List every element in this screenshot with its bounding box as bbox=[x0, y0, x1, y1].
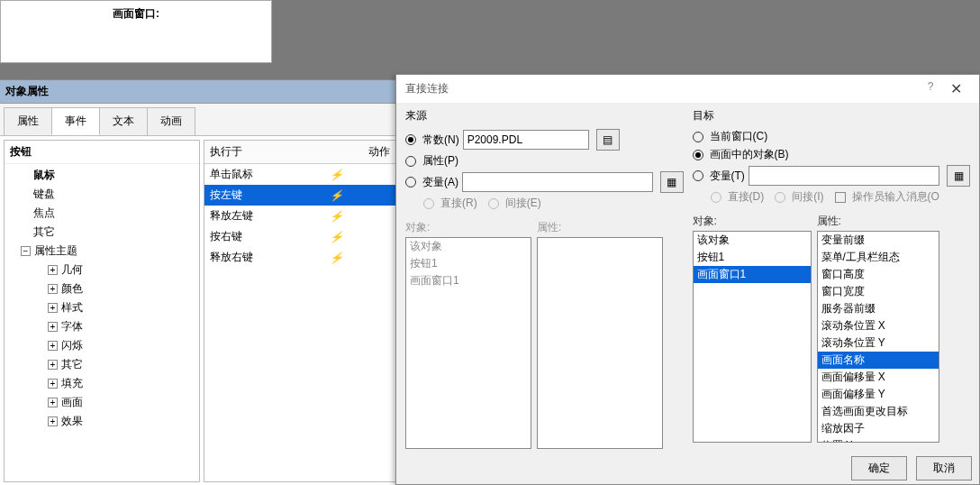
col-action: 动作 bbox=[324, 141, 396, 164]
tgt-objects-list[interactable]: 该对象 按钮1 画面窗口1 bbox=[693, 231, 812, 443]
list-item[interactable]: 窗口宽度 bbox=[818, 283, 939, 300]
lightning-icon: ⚡ bbox=[324, 247, 396, 268]
browse-picture-icon[interactable]: ▤ bbox=[596, 129, 620, 151]
target-label: 目标 bbox=[693, 108, 971, 124]
list-item[interactable]: 画面窗口1 bbox=[406, 272, 531, 289]
close-icon[interactable]: ✕ bbox=[941, 80, 970, 97]
radio-variable-source[interactable] bbox=[405, 177, 416, 188]
tree-item[interactable]: +填充 bbox=[5, 374, 199, 393]
list-item[interactable]: 画面偏移量 Y bbox=[818, 386, 939, 403]
list-item[interactable]: 该对象 bbox=[406, 238, 531, 255]
tree-item[interactable]: +闪烁 bbox=[5, 336, 199, 355]
event-actions-table[interactable]: 执行于动作 单击鼠标⚡ 按左键⚡ 释放左键⚡ 按右键⚡ 释放右键⚡ bbox=[204, 140, 396, 482]
browse-tag-icon[interactable]: ▦ bbox=[947, 165, 970, 187]
radio-indirect-src bbox=[488, 198, 499, 209]
src-objects-label: 对象: bbox=[405, 220, 531, 235]
radio-variable-target[interactable] bbox=[693, 170, 703, 181]
tree-item[interactable]: +字体 bbox=[5, 317, 199, 336]
tree-item[interactable]: 键盘 bbox=[5, 185, 199, 204]
tree-item[interactable]: 鼠标 bbox=[5, 166, 199, 185]
radio-current-window[interactable] bbox=[693, 132, 703, 142]
src-props-label: 属性: bbox=[537, 220, 663, 235]
list-item[interactable]: 按钮1 bbox=[406, 255, 531, 272]
col-execute-on: 执行于 bbox=[204, 141, 324, 164]
source-label: 来源 bbox=[405, 108, 684, 124]
list-item[interactable]: 画面偏移量 X bbox=[818, 369, 939, 386]
tree-item[interactable]: +其它 bbox=[5, 355, 199, 374]
table-row[interactable]: 按左键⚡ bbox=[204, 185, 395, 206]
expand-icon[interactable]: + bbox=[48, 341, 58, 351]
src-props-list[interactable] bbox=[537, 237, 663, 449]
browse-tag-icon[interactable]: ▦ bbox=[660, 171, 684, 193]
tab-events[interactable]: 事件 bbox=[51, 107, 100, 135]
tree-item[interactable]: +颜色 bbox=[5, 279, 199, 298]
expand-icon[interactable]: + bbox=[48, 322, 58, 332]
tree-root[interactable]: 按钮 bbox=[5, 141, 199, 164]
list-item[interactable]: 滚动条位置 Y bbox=[818, 334, 939, 352]
radio-indirect-tgt bbox=[775, 192, 785, 203]
picture-window-panel: 画面窗口: bbox=[0, 0, 272, 63]
picture-window-title: 画面窗口: bbox=[1, 1, 271, 27]
cancel-button[interactable]: 取消 bbox=[916, 456, 972, 480]
tgt-props-list[interactable]: 变量前缀 菜单/工具栏组态 窗口高度 窗口宽度 服务器前缀 滚动条位置 X 滚动… bbox=[817, 231, 939, 443]
variable-target-input[interactable] bbox=[749, 166, 939, 186]
lightning-icon: ⚡ bbox=[324, 185, 396, 206]
source-section: 来源 常数(N) ▤ 属性(P) 变量(A) ▦ 直接(R) 间接(E) bbox=[405, 108, 684, 449]
tree-item[interactable]: +样式 bbox=[5, 298, 199, 317]
collapse-icon[interactable]: − bbox=[21, 246, 31, 256]
expand-icon[interactable]: + bbox=[48, 379, 58, 389]
lightning-icon: ⚡ bbox=[324, 206, 396, 226]
radio-direct-tgt bbox=[711, 192, 721, 203]
radio-constant[interactable] bbox=[405, 134, 416, 145]
target-section: 目标 当前窗口(C) 画面中的对象(B) 变量(T) ▦ 直接(D) 间接(I)… bbox=[693, 108, 971, 449]
tree-item[interactable]: +几何 bbox=[5, 261, 199, 279]
expand-icon[interactable]: + bbox=[48, 303, 58, 313]
tab-animation[interactable]: 动画 bbox=[147, 107, 195, 135]
list-item[interactable]: 按钮1 bbox=[694, 249, 811, 266]
tgt-objects-label: 对象: bbox=[693, 214, 812, 229]
expand-icon[interactable]: + bbox=[48, 265, 58, 275]
expand-icon[interactable]: + bbox=[48, 360, 58, 370]
list-item[interactable]: 窗口高度 bbox=[818, 266, 939, 283]
list-item[interactable]: 菜单/工具栏组态 bbox=[818, 249, 939, 266]
radio-object-in-picture[interactable] bbox=[693, 150, 703, 160]
list-item[interactable]: 画面窗口1 bbox=[694, 266, 811, 283]
radio-direct-src bbox=[423, 198, 434, 209]
tab-text[interactable]: 文本 bbox=[99, 107, 148, 135]
list-item[interactable]: 该对象 bbox=[694, 232, 811, 249]
chk-operator-message[interactable] bbox=[835, 192, 846, 203]
list-item[interactable]: 位置 X bbox=[818, 437, 939, 443]
tree-theme[interactable]: −属性主题 bbox=[5, 242, 199, 261]
lightning-icon: ⚡ bbox=[324, 164, 396, 186]
direct-connection-dialog: 直接连接 ? ✕ 来源 常数(N) ▤ 属性(P) 变量(A) ▦ bbox=[395, 74, 980, 485]
expand-icon[interactable]: + bbox=[48, 398, 58, 407]
list-item[interactable]: 缩放因子 bbox=[818, 420, 939, 437]
table-row[interactable]: 按右键⚡ bbox=[204, 226, 395, 247]
list-item[interactable]: 服务器前缀 bbox=[818, 300, 939, 317]
ok-button[interactable]: 确定 bbox=[851, 456, 907, 480]
tree-item[interactable]: 其它 bbox=[5, 223, 199, 242]
list-item[interactable]: 滚动条位置 X bbox=[818, 317, 939, 334]
tab-properties[interactable]: 属性 bbox=[4, 107, 52, 135]
radio-property[interactable] bbox=[405, 156, 416, 167]
list-item[interactable]: 变量前缀 bbox=[818, 232, 939, 249]
dialog-title: 直接连接 bbox=[405, 81, 449, 96]
event-tree[interactable]: 按钮 鼠标 键盘 焦点 其它 −属性主题 +几何 +颜色 +样式 +字体 +闪烁… bbox=[4, 140, 200, 482]
table-row[interactable]: 释放左键⚡ bbox=[204, 206, 395, 226]
tree-item[interactable]: 焦点 bbox=[5, 204, 199, 223]
variable-source-input[interactable] bbox=[462, 172, 653, 192]
expand-icon[interactable]: + bbox=[48, 284, 58, 294]
tree-item[interactable]: +画面 bbox=[5, 393, 199, 412]
constant-input[interactable] bbox=[463, 130, 589, 150]
src-objects-list[interactable]: 该对象 按钮1 画面窗口1 bbox=[405, 237, 531, 449]
lightning-icon: ⚡ bbox=[324, 226, 396, 247]
list-item[interactable]: 首选画面更改目标 bbox=[818, 403, 939, 420]
tree-item[interactable]: +效果 bbox=[5, 412, 199, 431]
tgt-props-label: 属性: bbox=[817, 214, 939, 229]
table-row[interactable]: 释放右键⚡ bbox=[204, 247, 395, 268]
table-row[interactable]: 单击鼠标⚡ bbox=[204, 164, 395, 186]
list-item[interactable]: 画面名称 bbox=[818, 352, 939, 369]
expand-icon[interactable]: + bbox=[48, 416, 58, 426]
help-icon[interactable]: ? bbox=[920, 80, 941, 97]
